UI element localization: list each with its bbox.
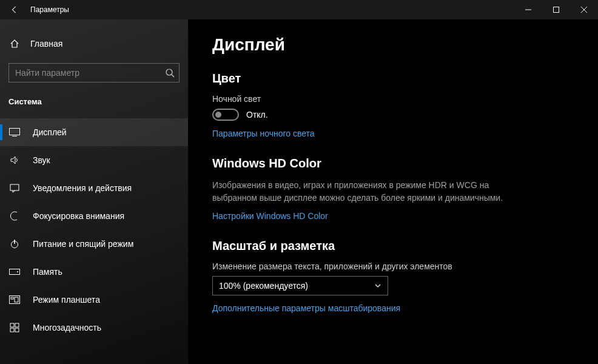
svg-rect-4 <box>10 129 20 135</box>
close-button[interactable] <box>570 0 598 19</box>
svg-rect-15 <box>15 323 19 327</box>
sidebar-item-display[interactable]: Дисплей <box>0 118 188 146</box>
svg-rect-16 <box>10 328 14 332</box>
scale-heading: Масштаб и разметка <box>212 239 574 253</box>
notifications-icon <box>8 183 21 193</box>
sidebar-item-label: Многозадачность <box>33 323 101 332</box>
storage-icon <box>8 269 21 275</box>
search-input[interactable] <box>8 63 180 83</box>
svg-line-3 <box>172 75 174 77</box>
sidebar-item-tablet[interactable]: Режим планшета <box>0 286 188 314</box>
svg-rect-1 <box>554 7 559 13</box>
titlebar: Параметры <box>0 0 598 19</box>
sidebar: Главная Система Дисплей Звук Уведомления… <box>0 19 188 364</box>
svg-point-10 <box>17 271 18 272</box>
sidebar-section-label: Система <box>8 97 188 106</box>
sidebar-item-label: Память <box>33 267 62 277</box>
home-label: Главная <box>30 39 62 49</box>
sidebar-item-storage[interactable]: Память <box>0 258 188 286</box>
svg-rect-6 <box>10 184 19 190</box>
sidebar-item-sound[interactable]: Звук <box>0 146 188 174</box>
hd-color-heading: Windows HD Color <box>212 157 574 170</box>
hd-color-link[interactable]: Настройки Windows HD Color <box>212 211 328 221</box>
sidebar-item-label: Уведомления и действия <box>33 183 132 193</box>
tablet-icon <box>8 295 21 304</box>
sidebar-item-label: Звук <box>33 155 50 165</box>
hd-color-desc: Изображения в видео, играх и приложениях… <box>212 179 528 204</box>
sidebar-item-label: Питание и спящий режим <box>33 239 133 249</box>
maximize-button[interactable] <box>542 0 570 19</box>
display-icon <box>8 128 21 136</box>
minimize-button[interactable] <box>514 0 542 19</box>
sidebar-item-label: Фокусировка внимания <box>33 211 124 221</box>
focus-icon <box>8 211 21 221</box>
sound-icon <box>8 155 21 165</box>
svg-rect-17 <box>15 328 19 332</box>
toggle-state-label: Откл. <box>246 110 268 120</box>
multitask-icon <box>8 323 21 332</box>
svg-point-2 <box>166 69 172 75</box>
sidebar-item-power[interactable]: Питание и спящий режим <box>0 230 188 258</box>
sidebar-item-notifications[interactable]: Уведомления и действия <box>0 174 188 202</box>
night-light-toggle[interactable] <box>212 109 239 121</box>
scale-dropdown-value: 100% (рекомендуется) <box>219 281 308 291</box>
home-icon <box>8 39 21 49</box>
advanced-scaling-link[interactable]: Дополнительные параметры масштабирования <box>212 303 400 313</box>
sidebar-item-focus[interactable]: Фокусировка внимания <box>0 202 188 230</box>
window-title: Параметры <box>30 5 69 14</box>
back-button[interactable] <box>5 0 24 19</box>
chevron-down-icon <box>374 282 381 289</box>
home-button[interactable]: Главная <box>0 32 188 56</box>
search-icon <box>165 68 175 78</box>
sidebar-item-label: Режим планшета <box>33 295 100 305</box>
page-title: Дисплей <box>212 35 574 55</box>
sidebar-item-label: Дисплей <box>33 127 67 137</box>
night-light-settings-link[interactable]: Параметры ночного света <box>212 129 315 138</box>
svg-rect-14 <box>10 323 14 327</box>
svg-rect-12 <box>11 297 13 299</box>
svg-rect-13 <box>15 297 18 302</box>
scale-field-label: Изменение размера текста, приложений и д… <box>212 261 574 271</box>
content-area: Дисплей Цвет Ночной свет Откл. Параметры… <box>188 19 598 364</box>
color-heading: Цвет <box>212 72 574 86</box>
night-light-label: Ночной свет <box>212 94 574 104</box>
power-icon <box>8 239 21 249</box>
sidebar-item-multitask[interactable]: Многозадачность <box>0 314 188 342</box>
scale-dropdown[interactable]: 100% (рекомендуется) <box>212 276 388 295</box>
